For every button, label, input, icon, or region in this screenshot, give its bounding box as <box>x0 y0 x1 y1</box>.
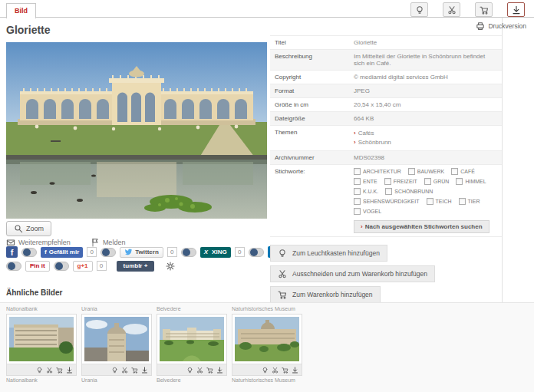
theme-link-schoenbrunn[interactable]: ›Schönbrunn <box>354 138 497 147</box>
keyword-item: HIMMEL <box>456 178 486 185</box>
tab-bild[interactable]: Bild <box>6 3 36 18</box>
keyword-checkbox[interactable] <box>354 208 361 215</box>
keyword-item: SCHÖNBRUNN <box>385 188 433 195</box>
pinterest-button[interactable]: Pin it <box>25 261 50 272</box>
facebook-toggle[interactable] <box>21 248 37 257</box>
download-icon[interactable] <box>292 367 298 374</box>
arrow-icon: › <box>354 130 356 137</box>
cart-icon[interactable] <box>282 367 288 374</box>
keyword-checkbox[interactable] <box>424 178 431 185</box>
print-version-link[interactable]: Druckversion <box>476 21 526 31</box>
theme-link-cafes[interactable]: ›Cafés <box>354 129 497 138</box>
keyword-checkbox[interactable] <box>384 178 391 185</box>
keyword-item: SEHENSWÜRDIGKEIT <box>354 198 420 205</box>
cart-icon[interactable] <box>56 367 63 374</box>
table-row-keywords: Stichworte: ARCHITEKTUR BAUWERK CAFÉ ENT… <box>270 165 502 237</box>
lightbulb-icon[interactable] <box>111 367 118 374</box>
lightbulb-icon[interactable] <box>186 367 193 374</box>
detail-label: Themen <box>270 126 349 150</box>
similar-title: Belvedere <box>157 306 227 313</box>
keyword-checkbox[interactable] <box>354 178 361 185</box>
pinterest-toggle[interactable] <box>6 262 21 271</box>
keyword-checkbox[interactable] <box>354 188 361 195</box>
similar-card: Belvedere Belvedere <box>157 306 227 383</box>
facebook-icon[interactable]: f <box>6 246 18 258</box>
xing-x-icon: X <box>204 249 208 255</box>
detail-label: Archivnummer <box>270 151 349 164</box>
similar-thumbnail[interactable] <box>235 317 299 361</box>
similar-thumbnail[interactable] <box>9 317 74 361</box>
detail-value: Im Mittelteil der Gloriette in Schönbrun… <box>349 50 502 70</box>
similar-caption: Urania <box>81 377 152 383</box>
keyword-item: ARCHITEKTUR <box>354 168 401 175</box>
download-icon[interactable] <box>66 367 73 374</box>
gplus-count-badge: 0 <box>97 261 107 271</box>
xing-count-badge: 0 <box>235 247 245 257</box>
similar-actions <box>82 364 151 375</box>
similar-title: Nationalbank <box>6 306 77 313</box>
detail-value: Gloriette <box>349 36 502 49</box>
keywords-list: ARCHITEKTUR BAUWERK CAFÉ ENTE FREIZEIT G… <box>354 168 497 215</box>
zoom-button[interactable]: Zoom <box>6 221 51 236</box>
gplus-button[interactable]: g+1 <box>73 261 93 272</box>
cart-icon[interactable] <box>206 367 213 374</box>
cart-icon[interactable] <box>131 367 138 374</box>
similar-thumbnail[interactable] <box>160 317 224 361</box>
keyword-checkbox[interactable] <box>451 168 458 175</box>
keyword-checkbox[interactable] <box>354 198 361 205</box>
keyword-checkbox[interactable] <box>427 198 433 205</box>
similar-thumbnail[interactable] <box>84 317 149 361</box>
arrow-icon: › <box>361 223 363 230</box>
cut-and-add-to-cart-button[interactable]: Ausschneiden und zum Warenkorb hinzufüge… <box>270 265 435 282</box>
header-download-button[interactable] <box>507 2 525 17</box>
linkedin-toggle[interactable] <box>249 248 264 257</box>
detail-label: Titel <box>270 36 349 49</box>
gplus-toggle[interactable] <box>54 262 69 271</box>
scissors-icon[interactable] <box>121 367 128 374</box>
share-settings-button[interactable] <box>166 262 175 271</box>
tweet-button[interactable]: Twittern <box>120 247 163 258</box>
scissors-icon[interactable] <box>46 367 53 374</box>
keyword-checkbox[interactable] <box>459 198 466 205</box>
tumblr-button[interactable]: tumblr + <box>117 261 155 272</box>
keyword-checkbox[interactable] <box>385 188 392 195</box>
main-image[interactable] <box>6 42 267 219</box>
lightbulb-icon[interactable] <box>36 367 43 374</box>
twitter-bird-icon <box>124 248 133 256</box>
xing-toggle[interactable] <box>181 248 196 257</box>
tabbar-divider <box>0 17 534 18</box>
table-row: Größe in cm20,54 x 15,40 cm <box>270 98 502 112</box>
add-to-lightbox-button[interactable]: Zum Leuchtkasten hinzufügen <box>270 245 387 262</box>
similar-actions <box>7 364 76 375</box>
details-table: TitelGloriette BeschreibungIm Mittelteil… <box>270 35 502 237</box>
download-icon[interactable] <box>216 367 223 374</box>
twitter-toggle[interactable] <box>101 248 116 257</box>
scissors-icon[interactable] <box>272 367 279 374</box>
scissors-icon[interactable] <box>196 367 203 374</box>
lightbulb-icon <box>415 5 424 15</box>
keyword-checkbox[interactable] <box>456 178 463 185</box>
add-to-cart-button[interactable]: Zum Warenkorb hinzufügen <box>270 286 381 303</box>
table-row: ArchivnummerMDS02398 <box>270 151 502 165</box>
gear-icon <box>166 262 175 271</box>
table-row: BeschreibungIm Mittelteil der Gloriette … <box>270 50 502 71</box>
detail-value: © mediamid digital services GmbH <box>349 71 502 84</box>
xing-button[interactable]: XXING <box>200 247 231 258</box>
detail-label: Dateigröße <box>270 112 349 125</box>
keyword-checkbox[interactable] <box>408 168 415 175</box>
keyword-item: ENTE <box>354 178 377 185</box>
header-lightbox-button[interactable] <box>410 2 428 17</box>
keyword-checkbox[interactable] <box>354 168 361 175</box>
header-cut-button[interactable] <box>443 2 460 17</box>
similar-caption: Nationalbank <box>6 377 77 383</box>
download-icon[interactable] <box>141 367 148 374</box>
similar-caption: Belvedere <box>157 377 227 383</box>
detail-value: MDS02398 <box>349 151 502 164</box>
header-cart-button[interactable] <box>475 2 493 17</box>
facebook-like-button[interactable]: fGefällt mir <box>41 247 83 258</box>
keyword-item: K.U.K. <box>354 188 378 195</box>
keyword-search-button[interactable]: ›Nach ausgewählten Stichworten suchen <box>354 220 490 233</box>
detail-value: 20,54 x 15,40 cm <box>349 98 502 111</box>
scissors-icon <box>447 5 457 15</box>
lightbulb-icon[interactable] <box>262 367 269 374</box>
